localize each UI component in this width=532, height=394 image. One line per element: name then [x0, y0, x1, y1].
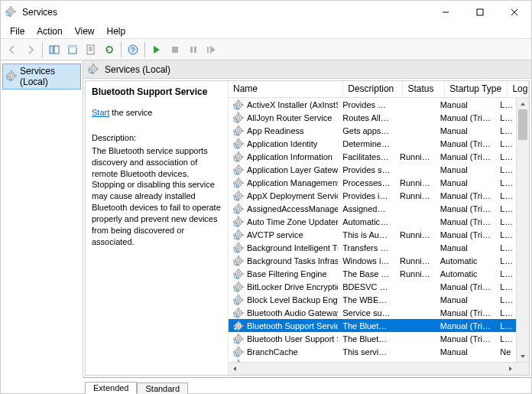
- export-button[interactable]: [64, 41, 81, 58]
- service-startup: Manual: [436, 295, 496, 304]
- vertical-scrollbar[interactable]: [516, 98, 529, 362]
- menu-file[interactable]: File: [4, 24, 31, 38]
- help-button[interactable]: ?: [125, 41, 141, 58]
- column-name[interactable]: Name: [229, 81, 343, 97]
- svg-text:?: ?: [131, 46, 135, 54]
- svg-rect-22: [172, 47, 178, 53]
- service-row[interactable]: Auto Time Zone UpdaterAutomaticall...Man…: [229, 215, 516, 228]
- service-icon: [233, 347, 244, 357]
- service-logon: Loc: [495, 178, 516, 187]
- service-row[interactable]: AllJoyn Router ServiceRoutes AllJoy...Ma…: [229, 111, 516, 124]
- toolbar-separator: [121, 42, 122, 57]
- service-row[interactable]: BitLocker Drive Encryption S...BDESVC ho…: [229, 280, 516, 293]
- service-name: AssignedAccessManager Ser...: [247, 204, 338, 213]
- column-logon[interactable]: Log On As: [508, 81, 529, 97]
- service-row[interactable]: Bluetooth Audio Gateway Se...Service sup…: [229, 306, 516, 319]
- service-logon: Loc: [495, 204, 516, 213]
- service-name: Application Identity: [247, 139, 317, 148]
- toolbar: ?: [1, 39, 531, 60]
- service-name: Application Management: [247, 178, 338, 187]
- horizontal-scrollbar[interactable]: [229, 362, 529, 375]
- service-status: Running: [395, 256, 436, 265]
- scroll-up-icon[interactable]: [517, 98, 529, 109]
- service-name: Bluetooth Support Service: [247, 321, 338, 331]
- service-name-cell: Bluetooth User Support Serv...: [229, 334, 338, 344]
- tab-standard[interactable]: Standard: [137, 383, 188, 394]
- pause-service-button[interactable]: [185, 41, 202, 58]
- refresh-button[interactable]: [101, 41, 118, 58]
- restart-service-button[interactable]: [203, 41, 220, 58]
- scroll-left-icon[interactable]: [229, 363, 240, 375]
- service-startup: Manual: [436, 347, 496, 357]
- service-logon: Loc: [495, 282, 516, 291]
- start-service-link[interactable]: Start: [92, 108, 109, 117]
- service-name-cell: App Readiness: [229, 125, 338, 136]
- service-name-cell: Background Intelligent Tran...: [229, 243, 338, 253]
- body: Services (Local) Services (Local) Blueto…: [1, 60, 531, 378]
- service-row[interactable]: Application IdentityDetermines ...Manual…: [229, 137, 516, 150]
- svg-rect-13: [54, 46, 59, 54]
- service-row[interactable]: ActiveX Installer (AxInstSV)Provides Use…: [229, 98, 516, 111]
- service-row[interactable]: Bluetooth Support ServiceThe Bluetoo...M…: [229, 319, 516, 332]
- service-icon: [233, 308, 244, 318]
- service-name: AVCTP service: [247, 230, 303, 239]
- svg-rect-16: [87, 45, 94, 54]
- menu-action[interactable]: Action: [31, 24, 68, 38]
- service-row[interactable]: Application ManagementProcesses in...Run…: [229, 176, 516, 189]
- content: Bluetooth Support Service Start the serv…: [85, 80, 530, 376]
- forward-button[interactable]: [22, 41, 39, 58]
- toolbar-separator: [144, 42, 145, 57]
- service-startup: Manual (Trigg...: [436, 217, 496, 226]
- service-row[interactable]: App ReadinessGets apps re...ManualLoc: [229, 124, 516, 137]
- service-row[interactable]: AVCTP serviceThis is Audio...RunningManu…: [229, 228, 516, 241]
- stop-service-button[interactable]: [167, 41, 183, 58]
- service-row[interactable]: BranchCacheThis service ...ManualNe: [229, 345, 516, 358]
- maximize-button[interactable]: [462, 1, 497, 24]
- scroll-down-icon[interactable]: [517, 350, 529, 362]
- service-name-cell: Bluetooth Support Service: [229, 321, 338, 331]
- tree-item-services-local[interactable]: Services (Local): [2, 63, 81, 90]
- service-row[interactable]: Background Intelligent Tran...Transfers …: [229, 241, 516, 254]
- service-row[interactable]: Application InformationFacilitates th...…: [229, 150, 516, 163]
- service-logon: Loc: [495, 100, 516, 109]
- service-list: Name Description Status Startup Type Log…: [228, 81, 529, 375]
- minimize-button[interactable]: [428, 1, 462, 24]
- scroll-thumb[interactable]: [518, 109, 527, 140]
- service-startup: Manual (Trigg...: [436, 204, 496, 213]
- service-description: Processes in...: [338, 178, 395, 187]
- service-logon: Loc: [495, 126, 516, 135]
- service-row[interactable]: Base Filtering EngineThe Base Filt...Run…: [229, 267, 516, 280]
- window-controls: [428, 1, 531, 24]
- column-startup[interactable]: Startup Type: [445, 81, 508, 97]
- show-hide-tree-button[interactable]: [46, 41, 63, 58]
- start-service-line: Start the service: [92, 107, 222, 119]
- window: Services File Action View Help ?: [0, 0, 532, 394]
- close-button[interactable]: [497, 1, 531, 24]
- service-name: BitLocker Drive Encryption S...: [247, 282, 338, 291]
- scroll-right-icon[interactable]: [504, 363, 516, 375]
- column-status[interactable]: Status: [403, 81, 445, 97]
- service-row[interactable]: Block Level Backup Engine S...The WBENGI…: [229, 293, 516, 306]
- service-row[interactable]: AssignedAccessManager Ser...AssignedAcc.…: [229, 202, 516, 215]
- service-row[interactable]: Background Tasks Infrastruc...Windows in…: [229, 254, 516, 267]
- service-description: Automaticall...: [338, 217, 395, 226]
- service-startup: Manual: [436, 178, 496, 187]
- back-button[interactable]: [4, 41, 21, 58]
- svg-rect-9: [477, 9, 483, 15]
- service-startup: Manual: [436, 165, 496, 174]
- service-row[interactable]: Application Layer Gateway S...Provides s…: [229, 163, 516, 176]
- pane-header: Services (Local): [83, 60, 531, 79]
- start-service-button[interactable]: [148, 41, 165, 58]
- service-icon: [233, 125, 244, 136]
- menu-help[interactable]: Help: [101, 24, 132, 38]
- service-row[interactable]: Bluetooth User Support Serv...The Blueto…: [229, 332, 516, 345]
- service-name: ActiveX Installer (AxInstSV): [247, 100, 338, 109]
- service-description: BDESVC hos...: [338, 282, 395, 291]
- service-name-cell: AppX Deployment Service (A...: [229, 190, 338, 201]
- properties-button[interactable]: [83, 41, 99, 58]
- menu-view[interactable]: View: [69, 24, 101, 38]
- service-startup: Automatic: [436, 256, 496, 265]
- column-description[interactable]: Description: [343, 81, 403, 97]
- tab-extended[interactable]: Extended: [85, 382, 137, 394]
- service-row[interactable]: AppX Deployment Service (A...Provides in…: [229, 189, 516, 202]
